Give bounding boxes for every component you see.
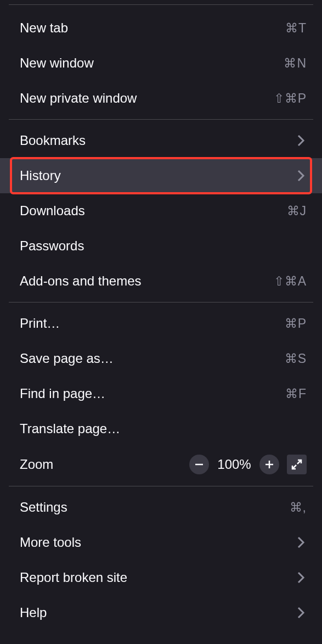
menu-item-addons[interactable]: Add-ons and themes ⇧⌘A: [0, 264, 322, 299]
menu-item-save-page[interactable]: Save page as… ⌘S: [0, 341, 322, 376]
menu-item-print[interactable]: Print… ⌘P: [0, 306, 322, 341]
menu-item-label: Passwords: [20, 238, 84, 254]
menu-item-help[interactable]: Help: [0, 595, 322, 630]
menu-item-translate-page[interactable]: Translate page…: [0, 411, 322, 446]
menu-item-shortcut: ⌘,: [290, 500, 307, 515]
menu-item-label: History: [20, 168, 61, 183]
chevron-right-icon: [296, 170, 307, 181]
menu-item-label: Bookmarks: [20, 133, 86, 148]
menu-item-label: Print…: [20, 316, 60, 331]
menu-item-label: Report broken site: [20, 570, 127, 585]
menu-item-shortcut: ⌘J: [287, 204, 307, 219]
zoom-value: 100%: [217, 457, 252, 472]
menu-item-label: Add-ons and themes: [20, 273, 141, 289]
zoom-in-button[interactable]: [259, 455, 279, 474]
menu-item-shortcut: ⇧⌘P: [274, 91, 307, 106]
menu-item-passwords[interactable]: Passwords: [0, 228, 322, 264]
menu-section: Bookmarks History Downloads ⌘J Passwords…: [0, 120, 322, 302]
menu-item-shortcut: ⌘N: [284, 56, 307, 71]
menu-item-label: Downloads: [20, 203, 85, 219]
menu-item-label: Zoom: [20, 457, 53, 472]
menu-item-label: More tools: [20, 535, 81, 550]
menu-divider: [9, 4, 313, 5]
application-menu: New tab ⌘T New window ⌘N New private win…: [0, 0, 322, 638]
menu-item-shortcut: ⌘F: [285, 387, 307, 401]
zoom-out-button[interactable]: [189, 455, 209, 474]
menu-item-downloads[interactable]: Downloads ⌘J: [0, 193, 322, 228]
menu-item-label: Find in page…: [20, 386, 105, 401]
zoom-controls: 100%: [189, 455, 307, 474]
menu-item-label: Help: [20, 605, 47, 620]
menu-item-shortcut: ⇧⌘A: [274, 274, 307, 289]
menu-item-settings[interactable]: Settings ⌘,: [0, 490, 322, 525]
menu-section: Print… ⌘P Save page as… ⌘S Find in page……: [0, 303, 322, 486]
menu-item-new-tab[interactable]: New tab ⌘T: [0, 10, 322, 46]
menu-item-label: Translate page…: [20, 421, 120, 436]
menu-section: Settings ⌘, More tools Report broken sit…: [0, 486, 322, 634]
chevron-right-icon: [296, 135, 307, 146]
menu-item-find-in-page[interactable]: Find in page… ⌘F: [0, 376, 322, 411]
menu-item-zoom: Zoom 100%: [0, 446, 322, 483]
chevron-right-icon: [296, 572, 307, 583]
menu-item-label: Save page as…: [20, 351, 114, 366]
menu-item-shortcut: ⌘P: [285, 316, 307, 331]
menu-item-shortcut: ⌘T: [285, 21, 307, 36]
menu-item-more-tools[interactable]: More tools: [0, 525, 322, 560]
menu-item-new-window[interactable]: New window ⌘N: [0, 46, 322, 81]
menu-item-label: Settings: [20, 500, 67, 515]
menu-section: New tab ⌘T New window ⌘N New private win…: [0, 7, 322, 119]
menu-item-bookmarks[interactable]: Bookmarks: [0, 123, 322, 158]
chevron-right-icon: [296, 607, 307, 618]
menu-item-report-broken-site[interactable]: Report broken site: [0, 560, 322, 595]
menu-item-label: New tab: [20, 20, 68, 36]
menu-item-new-private-window[interactable]: New private window ⇧⌘P: [0, 81, 322, 116]
menu-item-label: New window: [20, 55, 94, 71]
menu-item-shortcut: ⌘S: [285, 351, 307, 366]
fullscreen-button[interactable]: [287, 455, 307, 474]
chevron-right-icon: [296, 537, 307, 548]
menu-item-label: New private window: [20, 91, 137, 106]
menu-item-history[interactable]: History: [0, 158, 322, 193]
